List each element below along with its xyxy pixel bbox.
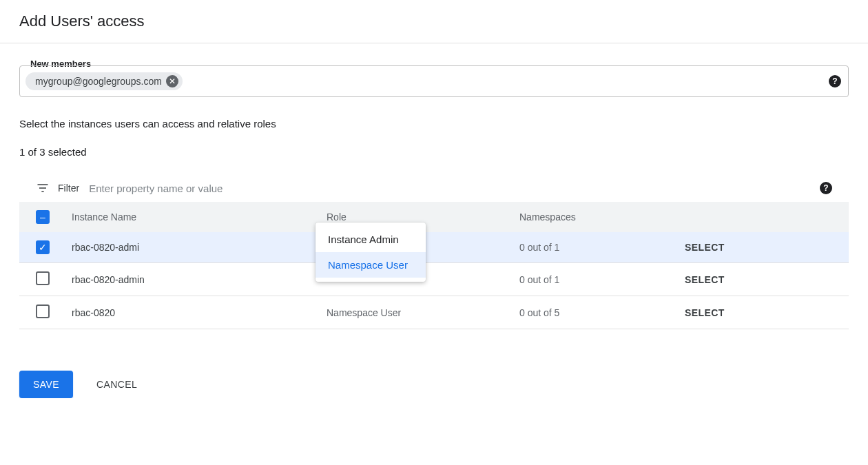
instance-name: rbac-0820-admin	[72, 274, 145, 285]
table-row[interactable]: rbac-0820-admin 0 out of 1 SELECT	[19, 263, 849, 296]
cancel-button[interactable]: CANCEL	[92, 378, 141, 391]
help-icon[interactable]: ?	[829, 75, 841, 87]
column-instance-name[interactable]: Instance Name	[61, 202, 316, 232]
namespaces-text: 0 out of 1	[519, 242, 559, 253]
filter-icon	[36, 181, 50, 195]
column-namespaces[interactable]: Namespaces	[508, 202, 674, 232]
row-checkbox[interactable]	[36, 304, 50, 318]
namespaces-text: 0 out of 1	[519, 274, 559, 285]
member-chip-text: mygroup@googlegroups.com	[35, 76, 162, 87]
select-namespaces-button[interactable]: SELECT	[685, 242, 725, 253]
save-button[interactable]: SAVE	[19, 371, 73, 398]
selection-count: 1 of 3 selected	[19, 146, 849, 158]
row-checkbox[interactable]: ✓	[36, 240, 50, 254]
instance-name: rbac-0820	[72, 307, 115, 318]
table-row[interactable]: rbac-0820 Namespace User 0 out of 5 SELE…	[19, 296, 849, 329]
filter-input[interactable]	[87, 182, 812, 195]
row-checkbox[interactable]	[36, 271, 50, 285]
instance-name: rbac-0820-admi	[72, 242, 139, 253]
new-members-field[interactable]: New members mygroup@googlegroups.com ✕ ?	[19, 65, 849, 97]
page-title: Add Users' access	[0, 0, 868, 43]
filter-bar: Filter ?	[19, 174, 849, 202]
role-dropdown: Instance Admin Namespace User	[316, 223, 426, 282]
remove-chip-icon[interactable]: ✕	[166, 75, 178, 87]
table-row[interactable]: ✓ rbac-0820-admi Instance Admin Namespac…	[19, 232, 849, 263]
instances-table: – Instance Name Role Namespaces ✓	[19, 202, 849, 329]
role-select-trigger[interactable]: Namespace User	[327, 307, 401, 318]
instructions-text: Select the instances users can access an…	[19, 118, 849, 130]
select-namespaces-button[interactable]: SELECT	[685, 274, 725, 285]
member-chip[interactable]: mygroup@googlegroups.com ✕	[25, 72, 183, 90]
select-all-checkbox[interactable]: –	[36, 210, 50, 224]
select-namespaces-button[interactable]: SELECT	[685, 307, 725, 318]
role-option-namespace-user[interactable]: Namespace User	[316, 252, 426, 278]
namespaces-text: 0 out of 5	[519, 307, 559, 318]
filter-label: Filter	[58, 183, 79, 194]
role-option-instance-admin[interactable]: Instance Admin	[316, 227, 426, 252]
help-icon[interactable]: ?	[820, 182, 832, 194]
